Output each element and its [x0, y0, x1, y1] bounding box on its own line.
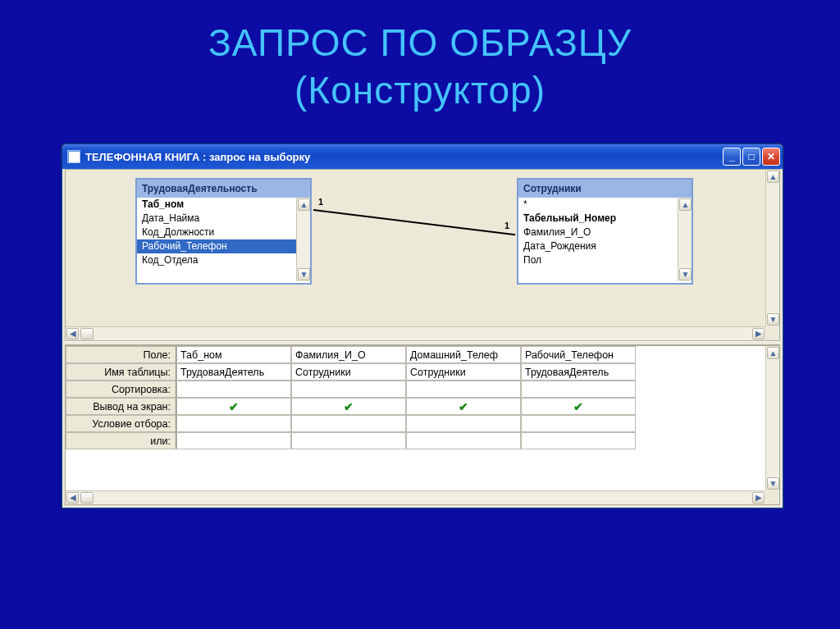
grid-cell[interactable]: ТрудоваяДеятель — [176, 363, 291, 381]
query-grid[interactable]: Поле:Таб_номФамилия_И_ОДомашний_ТелефРаб… — [66, 346, 765, 449]
relation-label-left: 1 — [318, 197, 323, 207]
hscroll-thumb[interactable] — [80, 492, 94, 504]
slide-title: ЗАПРОС ПО ОБРАЗЦУ (Конструктор) — [0, 0, 840, 114]
relations-hscrollbar[interactable]: ◀ ▶ — [66, 326, 765, 340]
relations-vscrollbar[interactable]: ▲ ▼ — [765, 170, 779, 326]
window-title: ТЕЛЕФОННАЯ КНИГА : запрос на выборку — [85, 151, 310, 163]
grid-vscrollbar[interactable]: ▲ ▼ — [765, 346, 779, 490]
scroll-up-icon[interactable]: ▲ — [767, 171, 779, 183]
scroll-right-icon[interactable]: ▶ — [752, 328, 765, 340]
table-box-right-title: Сотрудники — [518, 180, 692, 198]
grid-row-label: Сортировка: — [66, 381, 176, 398]
grid-hscrollbar[interactable]: ◀ ▶ — [66, 490, 765, 504]
table-field-item[interactable]: * — [518, 198, 678, 212]
grid-cell[interactable]: ✔ — [176, 398, 291, 415]
scroll-down-icon[interactable]: ▼ — [767, 477, 779, 490]
titlebar[interactable]: ТЕЛЕФОННАЯ КНИГА : запрос на выборку _ □… — [62, 144, 783, 169]
close-button[interactable]: ✕ — [762, 148, 780, 166]
grid-cell[interactable]: Сотрудники — [406, 363, 521, 381]
scroll-down-icon[interactable]: ▼ — [679, 268, 692, 280]
table-box-left[interactable]: ТрудоваяДеятельность Таб_номДата_НаймаКо… — [135, 178, 312, 285]
grid-cell[interactable]: Домашний_Телеф — [406, 346, 521, 363]
grid-cell[interactable]: Рабочий_Телефон — [521, 346, 636, 363]
grid-cell[interactable]: Фамилия_И_О — [291, 346, 406, 363]
query-designer-window: ТЕЛЕФОННАЯ КНИГА : запрос на выборку _ □… — [62, 144, 783, 508]
grid-cell[interactable] — [291, 415, 406, 432]
table-right-scrollbar[interactable]: ▲ ▼ — [678, 198, 692, 281]
grid-cell[interactable]: Сотрудники — [291, 363, 406, 381]
grid-cell[interactable] — [521, 415, 636, 432]
relations-pane: ТрудоваяДеятельность Таб_номДата_НаймаКо… — [65, 169, 780, 341]
table-left-scrollbar[interactable]: ▲ ▼ — [296, 198, 310, 281]
table-field-item[interactable]: Пол — [518, 253, 678, 267]
hscroll-thumb[interactable] — [80, 328, 94, 340]
scroll-right-icon[interactable]: ▶ — [752, 492, 765, 504]
table-field-item[interactable]: Рабочий_Телефон — [137, 239, 296, 253]
scroll-down-icon[interactable]: ▼ — [767, 313, 779, 326]
scroll-left-icon[interactable]: ◀ — [66, 492, 79, 504]
grid-row-label: Имя таблицы: — [66, 363, 176, 381]
table-field-item[interactable]: Дата_Найма — [137, 212, 296, 226]
window-icon — [67, 150, 80, 163]
table-field-item[interactable]: Табельный_Номер — [518, 212, 678, 226]
grid-cell[interactable] — [406, 432, 521, 449]
table-field-item[interactable]: Код_Отдела — [137, 253, 296, 267]
scroll-up-icon[interactable]: ▲ — [767, 347, 779, 359]
scroll-down-icon[interactable]: ▼ — [298, 268, 310, 280]
table-box-right[interactable]: Сотрудники *Табельный_НомерФамилия_И_ОДа… — [517, 178, 693, 285]
grid-cell[interactable] — [406, 381, 521, 398]
query-grid-pane: Поле:Таб_номФамилия_И_ОДомашний_ТелефРаб… — [65, 345, 780, 505]
table-field-item[interactable]: Дата_Рождения — [518, 239, 678, 253]
grid-cell[interactable] — [406, 415, 521, 432]
grid-cell[interactable] — [176, 432, 291, 449]
grid-cell[interactable] — [176, 381, 291, 398]
grid-cell[interactable] — [521, 432, 636, 449]
grid-cell[interactable]: ✔ — [521, 398, 636, 415]
grid-cell[interactable] — [291, 432, 406, 449]
table-box-left-title: ТрудоваяДеятельность — [137, 180, 310, 198]
grid-cell[interactable]: Таб_ном — [176, 346, 291, 363]
grid-row-label: Вывод на экран: — [66, 398, 176, 415]
grid-cell[interactable]: ТрудоваяДеятель — [521, 363, 636, 381]
scroll-up-icon[interactable]: ▲ — [679, 198, 692, 211]
table-field-item[interactable]: Код_Должности — [137, 226, 296, 239]
grid-row-label: Поле: — [66, 346, 176, 363]
table-field-item[interactable]: Таб_ном — [137, 198, 296, 212]
grid-cell[interactable]: ✔ — [406, 398, 521, 415]
relation-label-right: 1 — [504, 221, 509, 230]
scroll-up-icon[interactable]: ▲ — [298, 198, 310, 211]
grid-cell[interactable] — [521, 381, 636, 398]
grid-cell[interactable] — [291, 381, 406, 398]
grid-row-label: или: — [66, 432, 176, 449]
grid-cell[interactable] — [176, 415, 291, 432]
table-field-item[interactable]: Фамилия_И_О — [518, 226, 678, 239]
scroll-left-icon[interactable]: ◀ — [66, 328, 79, 340]
minimize-button[interactable]: _ — [723, 148, 741, 166]
grid-cell[interactable]: ✔ — [291, 398, 406, 415]
maximize-button[interactable]: □ — [742, 148, 760, 166]
relation-line[interactable] — [313, 209, 515, 235]
grid-row-label: Условие отбора: — [66, 415, 176, 432]
